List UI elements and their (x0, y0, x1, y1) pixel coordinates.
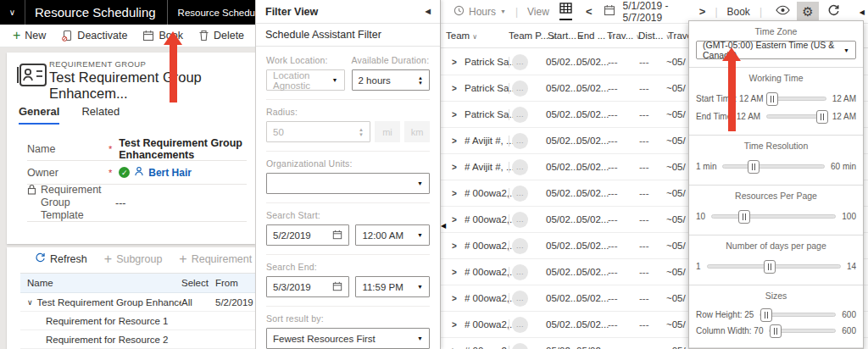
search-end-time-select[interactable]: 11:59 PM ▼ (355, 276, 430, 297)
available-duration-stepper[interactable]: 2 hours ▲▼ (352, 69, 431, 91)
resources-per-page-title: Resources Per Page (696, 187, 856, 205)
add-requirement-button[interactable]: + Requirement (171, 253, 255, 265)
start-time-slider[interactable] (769, 97, 826, 101)
chevron-down-icon[interactable]: ∨ (27, 298, 33, 307)
resources-per-page-slider[interactable] (711, 214, 836, 219)
time-resolution-slider[interactable] (722, 164, 825, 169)
cell-start: 05/02... (546, 154, 578, 180)
end-time-slider[interactable] (766, 114, 826, 119)
calendar-icon[interactable] (604, 4, 615, 19)
new-button[interactable]: + New (5, 25, 53, 47)
column-header-from[interactable]: From (215, 278, 255, 288)
avatar: ... (512, 159, 528, 175)
time-resolution-max: 60 min (831, 162, 856, 171)
search-end-date-input[interactable]: 5/3/2019 (266, 276, 349, 297)
cell-distance: --- (639, 312, 649, 338)
cell-end: 05/02... (576, 49, 609, 75)
form-content: REQUIREMENT GROUP Test Requirement Group… (0, 47, 255, 349)
board-book-button[interactable]: Book (727, 6, 750, 18)
avatar: ... (512, 186, 528, 202)
column-header-name[interactable]: Name (20, 278, 181, 288)
chevron-right-icon[interactable]: > (452, 102, 457, 128)
add-subgroup-button[interactable]: + Subgroup (97, 253, 170, 265)
chevron-right-icon[interactable]: > (452, 207, 457, 233)
arrow-up-head (164, 31, 182, 45)
search-start-date-input[interactable]: 5/2/2019 (266, 224, 349, 246)
subgrid-refresh-button[interactable]: Refresh (27, 252, 95, 266)
chevron-right-icon[interactable]: > (452, 312, 457, 338)
section-days-per-page: Number of days per page 1 14 (689, 235, 863, 285)
slider-handle[interactable] (760, 308, 772, 322)
tab-general[interactable]: General (19, 105, 59, 125)
collapse-right-panel-icon[interactable]: ◀ (860, 8, 865, 16)
chevron-right-icon[interactable]: > (452, 338, 457, 349)
column-header-team[interactable]: Team∨ (446, 24, 477, 49)
date-range[interactable]: 5/1/2019 - 5/7/2019 (622, 0, 688, 24)
chevron-right-icon[interactable]: > (452, 154, 457, 180)
calendar-icon[interactable] (332, 281, 342, 293)
working-time-title: Working Time (696, 69, 856, 87)
org-units-select[interactable]: ▼ (266, 173, 430, 194)
collapse-left-icon[interactable]: ◀ (426, 8, 431, 15)
map-view-button[interactable] (771, 2, 793, 22)
chevron-right-icon[interactable]: > (452, 49, 457, 75)
filter-panel-title: Filter View (265, 6, 318, 18)
chevron-right-icon[interactable]: > (452, 285, 457, 312)
next-dates-button[interactable]: > (699, 5, 706, 18)
board-settings-button[interactable]: ⚙ (797, 2, 819, 22)
requirement-group-entity-icon (17, 63, 47, 91)
table-row[interactable]: ∨ Test Requirement Group Enhancements Al… (20, 293, 255, 312)
spinner-arrows-icon[interactable]: ▲▼ (418, 75, 423, 86)
tab-related[interactable]: Related (81, 105, 120, 125)
resources-per-page-max: 100 (842, 212, 856, 221)
slider-handle[interactable] (748, 160, 760, 174)
owner-field-value[interactable]: Bert Hair (148, 167, 192, 179)
slider-handle[interactable] (738, 210, 750, 224)
chevron-right-icon[interactable]: > (452, 75, 457, 102)
name-field-value[interactable]: Test Requirement Group Enhancements (119, 137, 247, 161)
nav-chevron-button[interactable]: ∨ (0, 0, 25, 25)
calendar-icon[interactable] (332, 230, 342, 241)
time-zone-select[interactable]: (GMT-05:00) Eastern Time (US & Canada) ▼ (696, 41, 856, 59)
previous-dates-button[interactable]: < (586, 5, 593, 18)
hours-scale-dropdown[interactable]: Hours ▼ (453, 5, 506, 19)
slider-handle[interactable] (766, 92, 778, 106)
board-refresh-button[interactable] (822, 2, 844, 22)
arrow-up-head (722, 47, 741, 61)
table-row[interactable]: Requirement for Resource 1 (20, 312, 255, 330)
search-start-time-value: 12:00 AM (362, 230, 403, 241)
breadcrumb-root[interactable]: Resource Scheduling (178, 8, 255, 18)
column-header-trav[interactable]: Trav...∨ (607, 24, 641, 49)
collapse-filter-panel-icon[interactable]: ◀ (441, 222, 446, 230)
chevron-right-icon[interactable]: > (452, 233, 457, 259)
row-height-label: Row Height: 25 (696, 310, 754, 319)
radius-label: Radius: (266, 107, 430, 117)
cell-travel2: ~05/ (666, 338, 686, 349)
sort-value: Fewest Resources First (273, 334, 376, 344)
time-resolution-min: 1 min (696, 162, 716, 171)
cell-end: 05/02... (576, 180, 609, 207)
chevron-right-icon[interactable]: > (452, 259, 457, 285)
days-per-page-slider-row: 1 14 (696, 262, 856, 271)
delete-button[interactable]: Delete (191, 25, 252, 47)
search-start-time-select[interactable]: 12:00 AM ▼ (355, 224, 430, 246)
slider-handle[interactable] (764, 260, 776, 274)
sort-select[interactable]: Fewest Resources First ▼ (266, 328, 430, 349)
column-width-slider[interactable] (769, 329, 836, 333)
chevron-right-icon[interactable]: > (452, 180, 457, 207)
subgrid-refresh-label: Refresh (50, 253, 87, 265)
slider-handle[interactable] (816, 110, 828, 124)
row-select: All (181, 297, 215, 307)
deactivate-button[interactable]: Deactivate (53, 25, 135, 47)
column-header-select[interactable]: Select (181, 278, 215, 288)
row-height-slider[interactable] (760, 313, 836, 317)
chevron-right-icon[interactable]: > (452, 128, 457, 154)
slider-handle[interactable] (770, 324, 782, 338)
column-header-dist[interactable]: Dist...∨ (638, 24, 670, 49)
radius-unit-mi-button: mi (375, 121, 400, 142)
arrow-shaft (170, 45, 177, 102)
days-per-page-slider[interactable] (707, 264, 841, 269)
template-field-value[interactable]: --- (115, 197, 126, 209)
grid-view-button[interactable] (559, 3, 572, 20)
table-row[interactable]: Requirement for Resource 2 (20, 330, 255, 349)
